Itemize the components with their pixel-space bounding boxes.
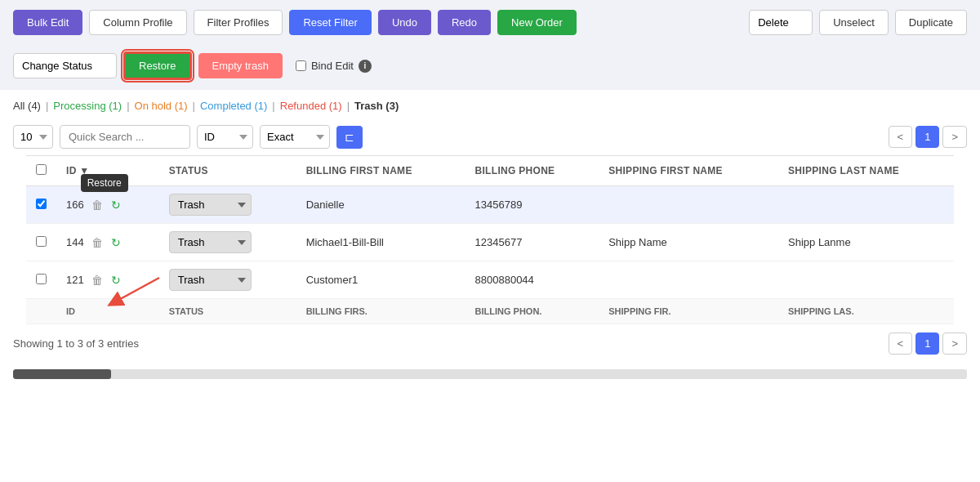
- per-page-select[interactable]: 10 25 50: [13, 125, 53, 149]
- field-select[interactable]: ID Name: [197, 125, 253, 149]
- row-id: 144: [66, 236, 84, 248]
- tab-processing[interactable]: Processing (1): [53, 100, 122, 112]
- tab-refunded[interactable]: Refunded (1): [280, 100, 342, 112]
- undo-button[interactable]: Undo: [378, 10, 431, 35]
- shipping-first-header: SHIPPING FIRST NAME: [599, 156, 778, 186]
- billing-phone-cell: 13456789: [466, 186, 599, 224]
- row-status-select[interactable]: TrashProcessingOn holdCompletedRefunded: [169, 194, 252, 216]
- scrollbar-thumb[interactable]: [13, 369, 111, 379]
- bind-edit-label: Bind Edit: [311, 60, 354, 72]
- duplicate-button[interactable]: Duplicate: [895, 10, 967, 35]
- next-page-button[interactable]: >: [942, 126, 967, 148]
- table-row: 121🗑↻TrashProcessingOn holdCompletedRefu…: [26, 261, 954, 299]
- filter-icon-button[interactable]: ⊏: [336, 126, 363, 149]
- restore-tooltip: Restore: [81, 174, 128, 192]
- empty-trash-button[interactable]: Empty trash: [198, 53, 283, 78]
- delete-select[interactable]: Delete: [749, 10, 813, 35]
- search-input[interactable]: [60, 125, 190, 149]
- restore-button[interactable]: Restore: [123, 51, 192, 80]
- shipping-last-cell: [778, 186, 954, 224]
- showing-text: Showing 1 to 3 of 3 entries: [13, 337, 139, 350]
- bulk-edit-button[interactable]: Bulk Edit: [13, 10, 82, 35]
- footer-id: ID: [56, 299, 159, 324]
- bottom-next-button[interactable]: >: [942, 332, 967, 355]
- filter-tabs: All (4) | Processing (1) | On hold (1) |…: [0, 90, 980, 118]
- select-all-checkbox[interactable]: [36, 164, 47, 175]
- restore-row-button[interactable]: ↻: [109, 272, 123, 288]
- billing-phone-header: BILLING PHONE: [466, 156, 599, 186]
- match-select[interactable]: Exact Contains: [260, 125, 330, 149]
- footer-billing-phone: BILLING PHON.: [466, 299, 599, 324]
- row-id: 121: [66, 274, 84, 286]
- footer-status: STATUS: [159, 299, 296, 324]
- bottom-prev-button[interactable]: <: [889, 332, 913, 355]
- toolbar-row-1: Bulk Edit Column Profile Filter Profiles…: [0, 0, 980, 45]
- bottom-current-button[interactable]: 1: [915, 332, 939, 355]
- tab-trash[interactable]: Trash (3): [354, 100, 399, 112]
- restore-row-button[interactable]: ↻: [109, 197, 123, 213]
- current-page-button[interactable]: 1: [915, 126, 939, 148]
- select-all-th: [26, 156, 56, 186]
- bind-edit-wrap: Bind Edit i: [296, 60, 372, 73]
- table-header-row: ID ▼ STATUS BILLING FIRST NAME BILLING P…: [26, 156, 954, 186]
- delete-row-button[interactable]: 🗑: [89, 272, 105, 288]
- table-footer-row: ID STATUS BILLING FIRS. BILLING PHON. SH…: [26, 299, 954, 324]
- table-row: 144🗑↻TrashProcessingOn holdCompletedRefu…: [26, 224, 954, 261]
- billing-first-cell: Michael1-Bill-Bill: [296, 224, 466, 261]
- table-wrapper: ID ▼ STATUS BILLING FIRST NAME BILLING P…: [0, 155, 980, 324]
- row-checkbox[interactable]: [36, 236, 47, 247]
- shipping-first-cell: [599, 261, 778, 299]
- tab-all[interactable]: All (4): [13, 100, 41, 112]
- billing-first-cell: Customer1: [296, 261, 466, 299]
- reset-filter-button[interactable]: Reset Filter: [289, 10, 371, 35]
- change-status-select[interactable]: Change Status: [13, 53, 117, 78]
- footer-shipping-last: SHIPPING LAS.: [778, 299, 954, 324]
- row-id: 166: [66, 199, 84, 211]
- delete-dropdown-wrap: Delete: [749, 10, 813, 35]
- new-order-button[interactable]: New Order: [497, 10, 577, 35]
- bottom-pagination: < 1 >: [889, 332, 967, 355]
- unselect-button[interactable]: Unselect: [819, 10, 889, 35]
- delete-row-button[interactable]: 🗑: [89, 197, 105, 213]
- orders-table: ID ▼ STATUS BILLING FIRST NAME BILLING P…: [26, 155, 954, 324]
- tab-onhold[interactable]: On hold (1): [135, 100, 188, 112]
- horizontal-scrollbar[interactable]: [13, 369, 967, 379]
- delete-row-button[interactable]: 🗑: [89, 234, 105, 251]
- shipping-last-cell: Shipp Lanme: [778, 224, 954, 261]
- tab-completed[interactable]: Completed (1): [200, 100, 267, 112]
- search-row-pagination: < 1 >: [889, 126, 967, 148]
- filter-profiles-button[interactable]: Filter Profiles: [194, 10, 283, 35]
- billing-phone-cell: 8800880044: [466, 261, 599, 299]
- row-status-select[interactable]: TrashProcessingOn holdCompletedRefunded: [169, 269, 252, 291]
- footer-shipping-first: SHIPPING FIR.: [599, 299, 778, 324]
- restore-row-button[interactable]: ↻: [109, 234, 123, 251]
- billing-first-cell: Danielle: [296, 186, 466, 224]
- billing-first-header: BILLING FIRST NAME: [296, 156, 466, 186]
- shipping-last-header: SHIPPING LAST NAME: [778, 156, 954, 186]
- filter-icon: ⊏: [345, 131, 354, 144]
- row-status-select[interactable]: TrashProcessingOn holdCompletedRefunded: [169, 231, 252, 253]
- status-header: STATUS: [159, 156, 296, 186]
- row-checkbox[interactable]: [36, 274, 47, 284]
- toolbar-row-2: Change Status Restore Empty trash Bind E…: [0, 45, 980, 90]
- change-status-wrap: Change Status: [13, 53, 117, 78]
- info-icon: i: [359, 60, 372, 73]
- billing-phone-cell: 12345677: [466, 224, 599, 261]
- prev-page-button[interactable]: <: [889, 126, 913, 148]
- footer-billing-first: BILLING FIRS.: [296, 299, 466, 324]
- showing-row: Showing 1 to 3 of 3 entries < 1 >: [0, 324, 980, 363]
- shipping-first-cell: Shipp Name: [599, 224, 778, 261]
- table-row: 166Restore🗑↻TrashProcessingOn holdComple…: [26, 186, 954, 224]
- per-page-wrap: 10 25 50: [13, 125, 53, 149]
- shipping-first-cell: [599, 186, 778, 224]
- column-profile-button[interactable]: Column Profile: [89, 10, 186, 35]
- shipping-last-cell: [778, 261, 954, 299]
- row-checkbox[interactable]: [36, 199, 47, 209]
- redo-button[interactable]: Redo: [438, 10, 491, 35]
- bind-edit-checkbox[interactable]: [296, 60, 306, 71]
- search-row: 10 25 50 ID Name Exact Contains ⊏ < 1 >: [0, 118, 980, 155]
